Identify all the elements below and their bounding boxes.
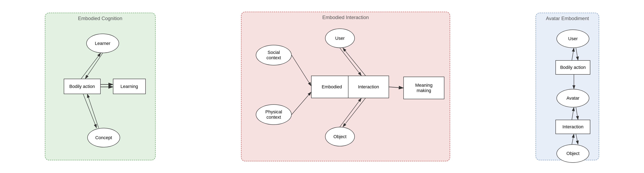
red-physical-context-node: Physical context — [256, 104, 292, 125]
blue-object-node: Object — [556, 144, 589, 163]
diagram-container: Embodied Cognition — [8, 4, 636, 169]
blue-avatar-node: Avatar — [556, 89, 589, 108]
svg-line-6 — [87, 94, 98, 128]
green-concept-node: Concept — [87, 128, 120, 148]
svg-line-17 — [576, 48, 578, 60]
red-social-context-node: Social context — [256, 45, 292, 66]
svg-line-3 — [81, 53, 101, 79]
panel-embodied-cognition: Embodied Cognition — [45, 13, 156, 160]
green-bodily-action-node: Bodily action — [64, 79, 101, 94]
blue-panel-inner: User Bodily action Avatar Interaction Ob… — [542, 19, 592, 154]
svg-line-15 — [389, 87, 403, 88]
red-meaning-making-node: Meaning making — [403, 77, 444, 99]
svg-line-22 — [576, 134, 578, 144]
blue-user-node: User — [556, 30, 589, 48]
svg-line-21 — [572, 108, 574, 120]
svg-line-7 — [83, 94, 96, 128]
svg-line-11 — [340, 48, 361, 76]
green-panel-inner: Learner Bodily action Learning Concept — [52, 19, 149, 154]
red-object-node: Object — [325, 127, 355, 146]
red-panel-inner: Social context Physical context User Obj… — [248, 18, 444, 155]
panel-avatar-embodiment: Avatar Embodiment — [536, 13, 599, 160]
svg-line-13 — [340, 98, 361, 127]
red-interaction-node: Interaction — [348, 76, 389, 98]
green-learner-node: Learner — [86, 34, 119, 53]
svg-line-23 — [572, 134, 574, 144]
svg-line-18 — [572, 48, 574, 60]
svg-line-10 — [292, 92, 311, 114]
svg-line-9 — [292, 55, 311, 86]
red-embodied-node: Embodied — [311, 76, 352, 98]
blue-interaction-node: Interaction — [556, 120, 590, 134]
svg-line-14 — [343, 98, 366, 127]
svg-line-20 — [576, 108, 578, 120]
svg-line-2 — [85, 53, 103, 79]
green-learning-node: Learning — [113, 79, 146, 94]
panel-embodied-interaction: Embodied Interaction — [241, 12, 450, 161]
blue-bodily-action-node: Bodily action — [556, 60, 590, 74]
red-user-node: User — [325, 28, 355, 48]
svg-line-12 — [343, 48, 366, 76]
